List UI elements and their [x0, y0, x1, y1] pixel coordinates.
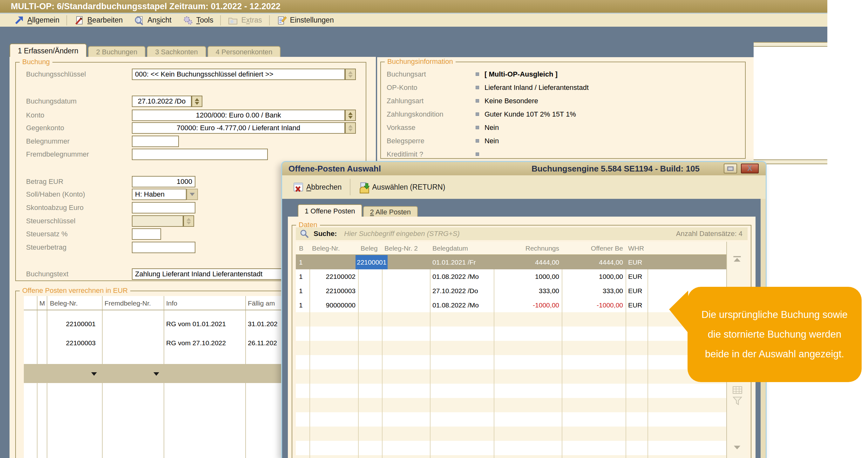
- cell-belegdatum: 27.10.2022 /Do: [432, 284, 478, 298]
- restore-button[interactable]: [724, 164, 737, 173]
- col-m[interactable]: M: [39, 296, 45, 310]
- cancel-window-icon: [293, 182, 303, 192]
- menu-ansicht[interactable]: Ansicht: [128, 14, 177, 27]
- col-info[interactable]: Info: [166, 296, 177, 310]
- steuerschluessel-spinner[interactable]: [183, 215, 194, 227]
- buchungsdatum-spinner[interactable]: [192, 96, 203, 107]
- callout-text: Die ursprüngliche Buchung sowie die stor…: [700, 305, 849, 364]
- posten-row[interactable]: 1 22100003 27.10.2022 /Do 333,00 333,00 …: [296, 284, 726, 298]
- betrag-input[interactable]: [132, 176, 195, 187]
- close-icon: X: [747, 164, 752, 172]
- col-faellig-am[interactable]: Fällig am: [248, 296, 275, 310]
- search-icon: [300, 229, 309, 238]
- filter-dropdown-icon[interactable]: [153, 372, 159, 376]
- bullet-square-icon: [476, 153, 479, 156]
- search-bar[interactable]: Suche: Hier Suchbegriff eingeben (STRG+S…: [296, 227, 748, 240]
- bullet-square-icon: [476, 99, 479, 103]
- tab-buchungen[interactable]: 2 Buchungen: [88, 46, 146, 57]
- auswaehlen-button[interactable]: Auswählen (RETURN): [355, 182, 448, 192]
- gegenkonto-spinner[interactable]: [345, 122, 356, 134]
- konto-input[interactable]: [132, 109, 345, 121]
- scroll-down-icon[interactable]: [733, 445, 742, 450]
- posten-row[interactable]: 1 22100002 01.08.2022 /Mo 1000,00 1000,0…: [296, 269, 726, 284]
- steuersatz-input[interactable]: [132, 228, 161, 240]
- menu-allgemein[interactable]: Allgemein: [8, 14, 65, 27]
- col-beleg-nr[interactable]: Beleg-Nr.: [312, 242, 340, 255]
- cell-offener: 333,00: [564, 284, 623, 298]
- op-table-header: M Beleg-Nr. Fremdbeleg-Nr. Info Fällig a…: [24, 296, 281, 310]
- belegnummer-input[interactable]: [132, 136, 179, 147]
- cell-offener: 1000,00: [564, 269, 623, 284]
- col-fremdbeleg-nr[interactable]: Fremdbeleg-Nr.: [104, 296, 151, 310]
- grid-icon[interactable]: [733, 386, 742, 394]
- magnifier-doc-icon: [134, 15, 144, 25]
- tab-erfassen-aendern[interactable]: 1 Erfassen/Ändern: [9, 43, 87, 57]
- buchungstext-input[interactable]: [132, 268, 291, 280]
- info-value: [ Multi-OP-Ausgleich ]: [485, 69, 558, 79]
- bullet-square-icon: [476, 126, 479, 129]
- screen: MULTI-OP: 6/Standardbuchungsstapel Zeitr…: [0, 0, 868, 458]
- skonto-input[interactable]: [132, 202, 195, 214]
- cell-belegdatum: 01.01.2021 /Fr: [432, 255, 476, 269]
- col-beleg[interactable]: Beleg: [361, 242, 378, 255]
- cell-beleg-nr: 22100002: [311, 269, 355, 284]
- info-row: Buchungsart [ Multi-OP-Ausgleich ]: [377, 69, 754, 79]
- menu-label: Bearbeiten: [87, 16, 123, 25]
- steuerbetrag-input[interactable]: [132, 242, 195, 253]
- menu-bearbeiten[interactable]: Bearbeiten: [68, 14, 128, 27]
- callout-tail: [669, 287, 688, 341]
- abbrechen-button[interactable]: Abbrechen: [290, 182, 345, 192]
- tab-offene-posten[interactable]: 1 Offene Posten: [298, 204, 362, 217]
- info-label: OP-Konto: [387, 83, 417, 93]
- buchungsschluessel-spinner[interactable]: [345, 69, 356, 80]
- col-rechnungs[interactable]: Rechnungs: [496, 242, 559, 255]
- tab-alle-posten[interactable]: 2 Alle Posten: [363, 206, 418, 217]
- steuerbetrag-label: Steuerbetrag: [26, 242, 66, 253]
- scroll-to-top-icon[interactable]: [733, 256, 742, 264]
- gegenkonto-label: Gegenkonto: [26, 122, 64, 134]
- menu-tools[interactable]: Tools: [177, 14, 219, 27]
- info-label: Zahlungsart: [387, 96, 424, 106]
- op-row[interactable]: 22100001 RG vom 01.01.2021 31.01.202: [24, 315, 281, 333]
- buchungsschluessel-input[interactable]: [132, 69, 345, 80]
- col-whr[interactable]: WHR: [628, 242, 644, 255]
- tab-sachkonten[interactable]: 3 Sachkonten: [147, 46, 206, 57]
- cell-whr: EUR: [628, 298, 642, 312]
- cell-rechnungs: -1000,00: [496, 298, 559, 312]
- op-verrechnen-group-label: Offene Posten verrechnen in EUR: [20, 287, 130, 295]
- betrag-label: Betrag EUR: [26, 176, 63, 187]
- posten-row-selected[interactable]: 1 22100001 01.01.2021 /Fr 4444,00 4444,0…: [296, 255, 726, 269]
- fremdbelegnummer-input[interactable]: [132, 149, 268, 160]
- buchungsdatum-input[interactable]: [132, 96, 192, 107]
- cell-b: 1: [299, 255, 303, 269]
- cell-beleg-nr: 22100003: [47, 333, 99, 353]
- col-beleg-nr[interactable]: Beleg-Nr.: [50, 296, 78, 310]
- filter-funnel-icon[interactable]: [733, 396, 742, 405]
- info-row: Zahlungsart Keine Besondere: [377, 96, 754, 106]
- posten-row-storno[interactable]: 1 90000000 01.08.2022 /Mo -1000,00 -1000…: [296, 298, 726, 312]
- col-b[interactable]: B: [299, 242, 303, 255]
- tab-personenkonten[interactable]: 4 Personenkonten: [208, 46, 281, 57]
- info-value: Guter Kunde 10T 2% 15T 1%: [485, 109, 576, 120]
- col-beleg-nr-2[interactable]: Beleg-Nr. 2: [384, 242, 418, 255]
- cell-whr: EUR: [628, 255, 642, 269]
- search-placeholder: Hier Suchbegriff eingeben (STRG+S): [344, 227, 460, 240]
- sollhaben-input[interactable]: [132, 189, 186, 200]
- info-value: Lieferant Inland / Lieferantenstadt: [485, 83, 589, 93]
- steuerschluessel-input[interactable]: [132, 215, 183, 227]
- col-belegdatum[interactable]: Belegdatum: [432, 242, 468, 255]
- close-button[interactable]: X: [741, 164, 759, 173]
- gegenkonto-input[interactable]: [132, 122, 345, 134]
- gears-icon: [183, 15, 193, 25]
- cell-b: 1: [299, 298, 303, 312]
- cell-whr: EUR: [628, 284, 642, 298]
- konto-spinner[interactable]: [345, 109, 356, 121]
- cell-belegdatum: 01.08.2022 /Mo: [432, 298, 479, 312]
- menu-label: Allgemein: [27, 16, 59, 25]
- filter-dropdown-icon[interactable]: [91, 372, 97, 376]
- op-row[interactable]: 22100003 RG vom 27.10.2022 26.11.202: [24, 333, 281, 353]
- col-offener-be[interactable]: Offener Be: [564, 242, 623, 255]
- sollhaben-dropdown-button[interactable]: [186, 189, 198, 200]
- edit-tool-icon: [74, 15, 84, 25]
- menu-einstellungen[interactable]: Einstellungen: [271, 14, 340, 27]
